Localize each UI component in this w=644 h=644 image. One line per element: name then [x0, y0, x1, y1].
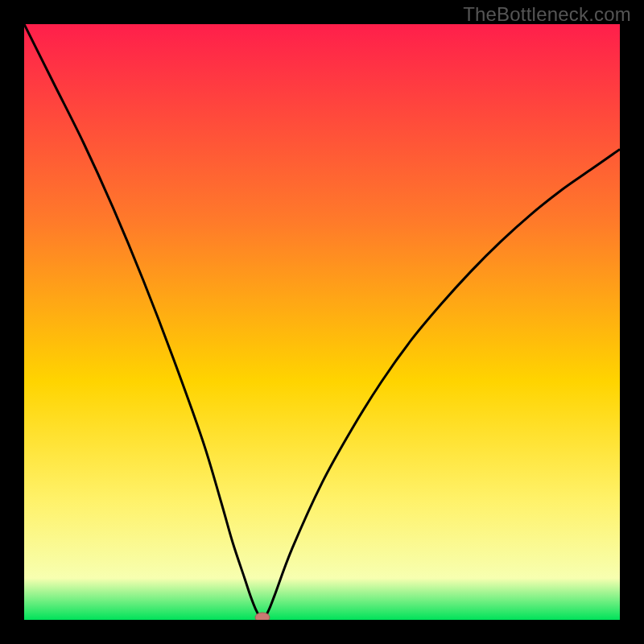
- watermark-text: TheBottleneck.com: [463, 3, 631, 26]
- chart-area: [24, 24, 620, 620]
- gradient-background: [24, 24, 620, 620]
- minimum-marker: [255, 613, 270, 620]
- bottleneck-chart: [24, 24, 620, 620]
- outer-frame: TheBottleneck.com: [0, 0, 644, 644]
